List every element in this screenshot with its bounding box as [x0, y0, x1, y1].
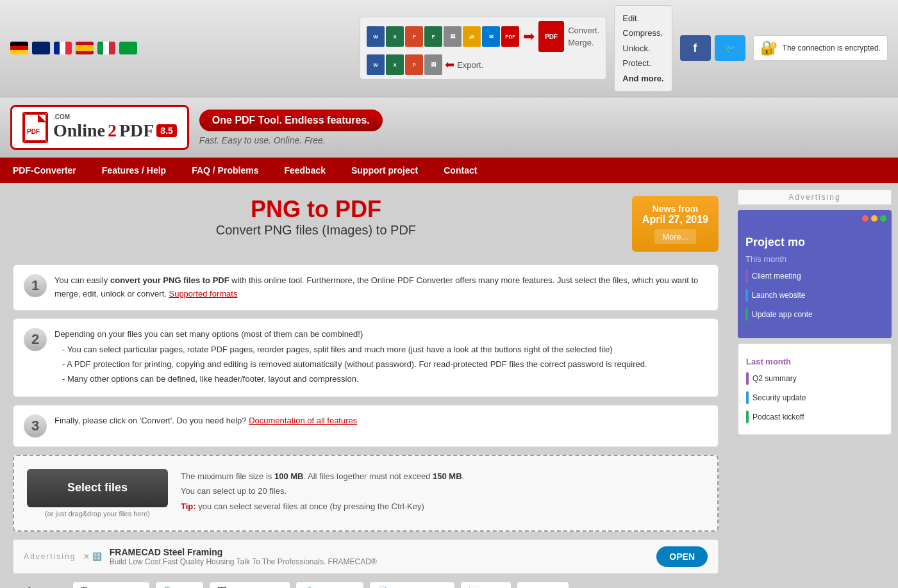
step-2-bullet-2: - A PDF protection for printing, copying…: [62, 358, 647, 372]
logo-domain: .COM: [53, 113, 70, 120]
export-img-icon: 🖼: [424, 54, 442, 75]
step-3: 3 Finally, please click on 'Convert'. Do…: [13, 405, 719, 447]
logo-name-row: .COM: [53, 113, 177, 120]
flag-fr[interactable]: [54, 42, 72, 54]
pref-image-to-pdf[interactable]: 🖼 Image-to-PDF: [209, 582, 290, 588]
step-2-number: 2: [24, 328, 47, 351]
ad-open-button[interactable]: OPEN: [656, 546, 708, 567]
language-flags: [10, 42, 137, 54]
ppt-icon: P: [405, 26, 423, 47]
pref-layout[interactable]: ⊞ Layout: [517, 582, 569, 588]
supported-formats-link[interactable]: Supported formats: [169, 289, 237, 298]
edit-option-1: Edit.: [622, 13, 639, 23]
upload-btn-col: Select files (or just drag&drop your fil…: [27, 469, 168, 518]
merge-label: Merge.: [568, 38, 599, 47]
logo-part1: Online: [53, 120, 105, 141]
pref-excel[interactable]: 📊 Excel: [460, 582, 511, 588]
ad-content: FRAMECAD Steel Framing Build Low Cost Fa…: [110, 547, 649, 566]
step-2-bullet-3: - Many other options can be defined, lik…: [62, 373, 647, 386]
pref-protection[interactable]: 🔒 Protection: [295, 582, 364, 588]
version-badge: 8.5: [156, 124, 176, 137]
edit-option-5: And more.: [622, 74, 663, 83]
ad-bar-label: Advertising: [24, 552, 76, 561]
page-title: PNG to PDF: [13, 196, 719, 223]
pdf-big-icon: PDF: [538, 21, 564, 52]
export-label: Export.: [457, 60, 483, 70]
task-update-app: Update app conte: [745, 306, 884, 323]
upload-select-info: You can select up to 20 files.: [181, 486, 287, 496]
nav-support-project[interactable]: Support project: [338, 158, 431, 183]
doc-green-icon: P: [424, 26, 442, 47]
pref-header-footer[interactable]: 📄 Header / footer: [369, 582, 456, 588]
social-icons: f 🐦: [680, 35, 745, 61]
convert-merge-labels: Convert. Merge.: [568, 26, 599, 47]
news-more-btn[interactable]: More...: [654, 229, 695, 244]
top-bar: W X P P 🖼 📁 ✉ PDF ➡ PDF Convert. Merge.: [0, 0, 898, 97]
task-bar-q2: [746, 372, 749, 385]
preferences-row: Preferences: 🗜 Compression 🔍 View 🖼 Imag…: [13, 582, 719, 588]
edit-option-4: Protect.: [622, 58, 651, 68]
main-wrapper: News from April 27, 2019 More... PNG to …: [0, 183, 898, 588]
flag-es[interactable]: [76, 42, 94, 54]
steps-area: 1 You can easily convert your PNG files …: [13, 265, 719, 447]
upload-info-line1: The maximum file size is 100 MB. All fil…: [181, 471, 464, 481]
edit-option-2: Compress.: [622, 28, 663, 38]
task-bar-blue: [745, 289, 748, 302]
docs-link[interactable]: Documentation of all features: [249, 416, 357, 425]
flag-br[interactable]: [119, 42, 137, 54]
nav-features-help[interactable]: Features / Help: [89, 158, 179, 183]
encrypt-badge: 🔐 The connection is encrypted.: [753, 35, 888, 61]
nav-feedback[interactable]: Feedback: [271, 158, 338, 183]
step-1-number: 1: [24, 274, 47, 297]
nav-pdf-converter[interactable]: PDF-Converter: [0, 158, 89, 183]
excel-icon: X: [386, 26, 404, 47]
maximize-dot: [880, 215, 886, 222]
project-box: Last month Q2 summary Security update Po…: [738, 343, 892, 435]
pref-view[interactable]: 🔍 View: [155, 582, 204, 588]
last-month-label: Last month: [746, 357, 883, 366]
logo-main-row: Online 2 PDF 8.5: [53, 120, 177, 141]
news-box[interactable]: News from April 27, 2019 More...: [632, 196, 719, 252]
task-bar-security: [746, 391, 749, 404]
task-bar-green: [745, 308, 748, 321]
step-2-bullet-1: - You can select particular pages, rotat…: [62, 343, 647, 357]
convert-label: Convert.: [568, 26, 599, 35]
logo-2: 2: [108, 120, 117, 141]
main-nav: PDF-Converter Features / Help FAQ / Prob…: [0, 158, 898, 183]
export-excel-icon: X: [386, 54, 404, 75]
sidebar: Advertising Project mo This month Client…: [731, 183, 898, 588]
ad-bar: Advertising ✕ 🔠 FRAMECAD Steel Framing B…: [13, 539, 719, 574]
ad-close[interactable]: ✕ 🔠: [83, 552, 101, 561]
edit-options-box: Edit. Compress. Unlock. Protect. And mor…: [614, 5, 672, 92]
edit-option-3: Unlock.: [622, 44, 650, 53]
folder-icon: 📁: [463, 26, 481, 47]
task-security-update: Security update: [746, 389, 883, 406]
task-podcast-label: Podcast kickoff: [752, 412, 804, 421]
close-dot: [862, 215, 869, 222]
export-arrow: ⬅: [445, 58, 454, 72]
nav-contact[interactable]: Contact: [431, 158, 490, 183]
upload-tip: Tip: you can select several files at onc…: [181, 502, 424, 511]
tagline-sub: Fast. Easy to use. Online. Free.: [199, 135, 383, 145]
page-title-area: PNG to PDF Convert PNG files (Images) to…: [13, 196, 719, 238]
pref-compression[interactable]: 🗜 Compression: [72, 582, 151, 588]
step-1-text: You can easily convert your PNG files to…: [54, 274, 708, 301]
task-client-meeting-label: Client meeting: [752, 272, 801, 281]
facebook-button[interactable]: f: [680, 35, 711, 61]
flag-gb[interactable]: [32, 42, 50, 54]
task-security-label: Security update: [752, 393, 806, 402]
select-files-button[interactable]: Select files: [27, 469, 168, 507]
logo-area: PDF .COM Online 2 PDF 8.5 One PDF Tool. …: [0, 97, 898, 158]
doc-icons-row: W X P P 🖼 📁 ✉ PDF: [367, 26, 519, 47]
task-bar-podcast: [746, 411, 749, 423]
flag-it[interactable]: [97, 42, 115, 54]
nav-faq-problems[interactable]: FAQ / Problems: [179, 158, 271, 183]
flag-de[interactable]: [10, 42, 28, 54]
task-q2-summary: Q2 summary: [746, 370, 883, 387]
twitter-button[interactable]: 🐦: [715, 35, 745, 61]
task-launch-website-label: Launch website: [752, 291, 805, 300]
project-title-ad: Project mo: [745, 236, 884, 249]
task-update-app-label: Update app conte: [752, 310, 813, 319]
step-1: 1 You can easily convert your PNG files …: [13, 265, 719, 311]
edit-text: Edit. Compress. Unlock. Protect. And mor…: [622, 11, 663, 86]
